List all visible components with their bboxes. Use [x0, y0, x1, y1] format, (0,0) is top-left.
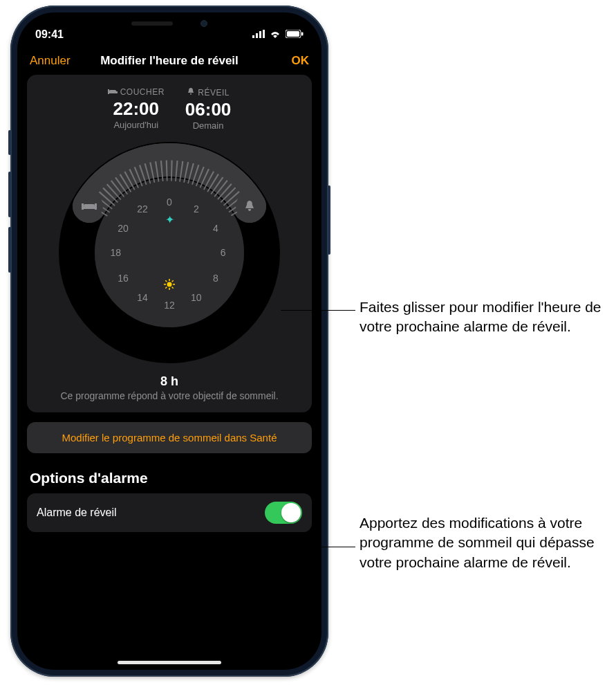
cancel-button[interactable]: Annuler [30, 54, 85, 68]
clock-num-10: 10 [191, 292, 202, 303]
sleep-goal-text: Ce programme répond à votre objectif de … [44, 390, 295, 401]
ok-button[interactable]: OK [254, 54, 309, 68]
svg-line-17 [165, 280, 167, 282]
power-button [328, 185, 330, 255]
bell-icon [187, 87, 195, 98]
bedtime-value: 22:00 [108, 98, 165, 120]
status-time: 09:41 [35, 28, 64, 41]
bedtime-handle[interactable] [75, 192, 103, 220]
svg-rect-23 [95, 203, 97, 210]
home-indicator[interactable] [118, 661, 221, 664]
bed-icon [108, 87, 118, 97]
sun-icon [164, 279, 175, 293]
stars-icon: ✦ [165, 213, 174, 226]
clock-num-0: 0 [167, 197, 172, 208]
edit-in-health-button[interactable]: Modifier le programme de sommeil dans Sa… [27, 422, 312, 453]
bedtime-label: COUCHER [120, 87, 165, 97]
cell-signal-icon [252, 28, 265, 41]
clock-num-16: 16 [118, 273, 129, 284]
svg-rect-5 [287, 31, 299, 37]
callout-line [281, 310, 355, 311]
wake-alarm-switch[interactable] [265, 502, 302, 524]
clock-num-2: 2 [194, 203, 199, 214]
wake-value: 06:00 [185, 99, 232, 120]
battery-icon [286, 28, 304, 41]
sleep-card: COUCHER 22:00 Aujourd'hui RÉVEIL 06:00 D [27, 75, 312, 412]
svg-line-19 [165, 286, 167, 288]
wifi-icon [269, 28, 281, 41]
screen: 09:41 Annuler Modifier l'heure de réveil [17, 12, 321, 670]
svg-point-12 [167, 282, 172, 286]
svg-line-18 [172, 286, 174, 288]
clock-num-14: 14 [137, 292, 148, 303]
sleep-summary: 8 h Ce programme répond à votre objectif… [44, 374, 295, 401]
notch [100, 12, 239, 35]
sleep-dial[interactable]: 0 2 4 6 8 10 12 14 16 18 20 22 ✦ [59, 142, 280, 363]
svg-line-20 [172, 280, 174, 282]
bedtime-block: COUCHER 22:00 Aujourd'hui [108, 87, 165, 131]
callout-line [299, 547, 355, 547]
wake-sub: Demain [185, 120, 232, 131]
clock-num-6: 6 [221, 247, 226, 258]
clock-num-22: 22 [137, 203, 148, 214]
clock-num-12: 12 [164, 300, 175, 311]
side-button [8, 130, 11, 155]
svg-rect-3 [263, 30, 265, 38]
sleep-duration: 8 h [44, 374, 295, 389]
svg-rect-9 [109, 90, 116, 92]
clock-face: 0 2 4 6 8 10 12 14 16 18 20 22 ✦ [95, 178, 244, 327]
phone-frame: 09:41 Annuler Modifier l'heure de réveil [10, 6, 328, 677]
clock-num-18: 18 [110, 247, 121, 258]
wake-handle[interactable] [236, 192, 263, 220]
svg-rect-24 [84, 204, 95, 207]
clock-num-4: 4 [213, 223, 218, 234]
callout-wake-handle: Faites glisser pour modifier l'heure de … [360, 298, 608, 337]
svg-rect-6 [301, 33, 304, 36]
clock-num-20: 20 [118, 223, 129, 234]
nav-bar: Annuler Modifier l'heure de réveil OK [17, 47, 321, 75]
wake-alarm-label: Alarme de réveil [37, 506, 117, 519]
svg-rect-0 [252, 35, 254, 38]
page-title: Modifier l'heure de réveil [85, 54, 254, 68]
clock-num-8: 8 [213, 273, 218, 284]
wake-alarm-row: Alarme de réveil [27, 493, 312, 532]
svg-rect-2 [259, 31, 261, 38]
wake-block: RÉVEIL 06:00 Demain [185, 87, 232, 131]
wake-label: RÉVEIL [198, 88, 230, 98]
svg-rect-22 [82, 203, 84, 210]
svg-rect-8 [108, 89, 109, 94]
bedtime-sub: Aujourd'hui [108, 120, 165, 130]
svg-rect-1 [256, 33, 258, 38]
volume-down-button [8, 227, 11, 273]
alarm-options-header: Options d'alarme [27, 467, 312, 493]
callout-health-button: Apportez des modifications à votre progr… [360, 513, 608, 572]
volume-up-button [8, 172, 11, 217]
